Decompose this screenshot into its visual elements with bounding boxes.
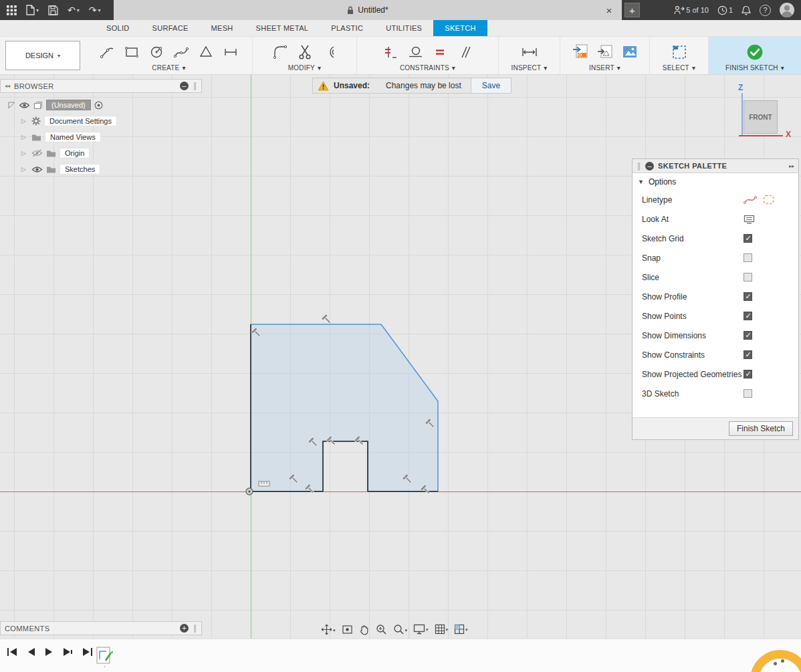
origin-point[interactable] — [246, 488, 253, 495]
pan-button[interactable]: ▾ — [321, 624, 336, 635]
trim-tool-icon[interactable] — [296, 43, 314, 62]
play-button[interactable] — [45, 647, 53, 657]
browser-drag-grip[interactable]: ║ — [193, 82, 197, 90]
user-avatar[interactable] — [780, 3, 794, 17]
redo-button[interactable]: ↷ ▾ — [89, 5, 101, 15]
browser-row-origin[interactable]: ▷ Origin — [0, 145, 202, 161]
activate-radio-icon[interactable] — [94, 101, 103, 110]
tangent-constraint-icon[interactable] — [406, 43, 425, 62]
browser-header[interactable]: ◂◂ BROWSER – ║ — [0, 79, 202, 93]
expander-icon[interactable]: ▷ — [21, 118, 28, 124]
sketches-label[interactable]: Sketches — [60, 164, 100, 175]
comments-add-button[interactable]: + — [180, 624, 189, 633]
go-to-end-button[interactable] — [82, 647, 93, 657]
browser-minimize-button[interactable]: – — [180, 82, 189, 90]
constraints-dropdown[interactable]: CONSTRAINTS ▾ — [400, 64, 455, 72]
show-constraints-checkbox[interactable] — [743, 350, 752, 359]
named-views-label[interactable]: Named Views — [45, 132, 101, 142]
close-tab-icon[interactable]: × — [603, 4, 615, 16]
tab-sheet-metal[interactable]: SHEET METAL — [245, 20, 320, 36]
sketch-palette-header[interactable]: ║ – SKETCH PALETTE ▸▸ — [633, 159, 798, 173]
create-dropdown[interactable]: CREATE ▾ — [152, 64, 185, 72]
tab-mesh[interactable]: MESH — [200, 20, 245, 36]
finish-sketch-icon[interactable] — [746, 43, 764, 62]
zoom-window-button[interactable] — [376, 624, 387, 635]
browser-collapse-icon[interactable]: ◂◂ — [5, 83, 10, 89]
viewcube[interactable]: Z FRONT X — [735, 83, 800, 142]
show-points-checkbox[interactable] — [743, 312, 752, 320]
insert-svg-icon[interactable] — [571, 43, 590, 62]
job-status-button[interactable]: 5 of 10 — [674, 5, 709, 15]
snap-checkbox[interactable] — [743, 253, 752, 262]
finish-sketch-button[interactable]: Finish Sketch — [729, 421, 793, 436]
step-back-button[interactable] — [27, 647, 35, 657]
help-button[interactable]: ? — [760, 5, 771, 16]
visibility-eye-icon[interactable] — [31, 166, 43, 173]
browser-row-named-views[interactable]: ▷ Named Views — [0, 129, 202, 145]
tab-surface[interactable]: SURFACE — [141, 20, 200, 36]
grid-snap-button[interactable]: ▾ — [435, 624, 449, 635]
orbit-hand-button[interactable] — [359, 624, 370, 635]
document-tab[interactable]: Untitled* × — [114, 0, 622, 20]
palette-drag-grip[interactable]: ║ — [637, 162, 641, 170]
save-button[interactable] — [48, 5, 58, 15]
modify-dropdown[interactable]: MODIFY ▾ — [288, 64, 321, 72]
origin-label[interactable]: Origin — [60, 148, 90, 158]
show-profile-checkbox[interactable] — [743, 292, 752, 301]
dimension-constraint-icon[interactable] — [259, 481, 269, 486]
fillet-tool-icon[interactable] — [271, 43, 290, 62]
show-dimensions-checkbox[interactable] — [743, 331, 752, 340]
comments-drag-grip[interactable]: ║ — [193, 625, 197, 632]
visibility-off-eye-icon[interactable] — [31, 149, 43, 157]
sketch-profile[interactable] — [251, 324, 438, 491]
viewports-button[interactable]: ▾ — [454, 624, 468, 635]
parallel-constraint-icon[interactable] — [455, 43, 474, 62]
tab-plastic[interactable]: PLASTIC — [320, 20, 374, 36]
constraint-icon[interactable] — [322, 314, 333, 326]
save-link[interactable]: Save — [471, 78, 511, 93]
zoom-button[interactable]: ▾ — [393, 624, 408, 635]
spline-tool-icon[interactable] — [172, 43, 191, 62]
select-dropdown[interactable]: SELECT ▾ — [663, 64, 695, 72]
select-tool-icon[interactable] — [670, 43, 689, 62]
timeline-sketch-feature[interactable] — [96, 645, 113, 670]
slice-checkbox[interactable] — [743, 273, 752, 282]
browser-root-row[interactable]: (Unsaved) — [0, 97, 202, 113]
finish-sketch-group[interactable]: FINISH SKETCH ▾ — [709, 37, 801, 74]
insert-mesh-icon[interactable] — [596, 43, 614, 62]
activity-clock-button[interactable]: 1 — [717, 5, 733, 15]
insert-canvas-icon[interactable] — [620, 43, 639, 62]
sketch-grid-checkbox[interactable] — [743, 234, 752, 243]
expander-icon[interactable]: ▷ — [21, 166, 28, 173]
design-workspace-dropdown[interactable]: DESIGN ▾ — [5, 41, 80, 70]
viewcube-front-face[interactable]: FRONT — [743, 100, 778, 134]
document-settings-label[interactable]: Document Settings — [44, 116, 117, 126]
visibility-eye-icon[interactable] — [19, 102, 30, 109]
finish-sketch-dropdown[interactable]: FINISH SKETCH ▾ — [725, 64, 784, 72]
tab-utilities[interactable]: UTILITIES — [374, 20, 433, 36]
app-grid-icon[interactable] — [7, 5, 17, 15]
measure-tool-icon[interactable] — [520, 43, 539, 62]
horizontal-vertical-constraint-icon[interactable] — [381, 43, 400, 62]
go-to-start-button[interactable] — [7, 647, 17, 657]
offset-tool-icon[interactable] — [320, 43, 339, 62]
construction-linetype-icon[interactable] — [743, 195, 757, 205]
browser-row-document-settings[interactable]: ▷ Document Settings — [0, 113, 202, 129]
tab-solid[interactable]: SOLID — [95, 20, 141, 36]
3d-sketch-checkbox[interactable] — [743, 389, 752, 398]
palette-expand-icon[interactable]: ▸▸ — [789, 163, 794, 169]
look-at-icon[interactable] — [743, 215, 755, 224]
expander-icon[interactable]: ▷ — [21, 134, 28, 140]
rectangle-tool-icon[interactable] — [122, 43, 141, 62]
tab-sketch[interactable]: SKETCH — [433, 20, 487, 36]
insert-dropdown[interactable]: INSERT ▾ — [589, 64, 620, 72]
show-projected-geometries-checkbox[interactable] — [743, 370, 752, 378]
comments-header[interactable]: COMMENTS + ║ — [0, 621, 202, 635]
look-at-button[interactable] — [342, 624, 353, 635]
polygon-tool-icon[interactable] — [197, 43, 215, 62]
display-settings-button[interactable]: ▾ — [413, 624, 429, 635]
step-forward-button[interactable] — [63, 647, 73, 657]
file-menu-button[interactable]: ▾ — [26, 5, 39, 15]
line-tool-icon[interactable] — [98, 43, 116, 62]
expander-icon[interactable]: ▷ — [21, 150, 28, 156]
